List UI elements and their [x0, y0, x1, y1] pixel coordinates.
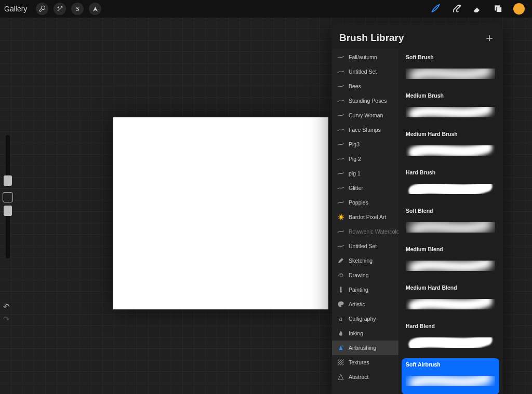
brush-stroke-preview [406, 61, 495, 85]
category-label: Untitled Set [349, 69, 377, 75]
category-label: Pig 2 [349, 156, 361, 162]
top-toolbar: Gallery S [0, 0, 532, 18]
wand-icon[interactable] [54, 3, 66, 15]
modifier-button[interactable] [3, 192, 13, 202]
brush-label: Soft Brush [406, 54, 495, 60]
paint-icon [337, 286, 344, 293]
brush-item[interactable]: Medium Hard Blend [402, 281, 499, 318]
brush-size-slider[interactable] [6, 135, 10, 187]
brush-item[interactable]: Soft Airbrush [402, 358, 499, 394]
category-item[interactable]: Rowwenic Watercolor [332, 224, 398, 239]
category-item[interactable]: Curvy Woman [332, 108, 398, 123]
brush-stroke-preview [406, 138, 495, 162]
stroke-icon [337, 112, 344, 119]
hatch-icon [337, 359, 344, 366]
svg-rect-2 [340, 287, 342, 290]
brush-item[interactable]: Soft Brush [402, 51, 499, 87]
undo-icon[interactable]: ↶ [3, 302, 10, 311]
add-brush-icon[interactable]: ＋ [484, 30, 495, 46]
brush-category-list[interactable]: Fall/autumnUntitled SetBeesStanding Pose… [332, 49, 398, 394]
abs-icon [337, 373, 344, 381]
brush-stroke-preview [406, 253, 495, 277]
category-item[interactable]: Painting [332, 282, 398, 297]
category-item[interactable]: ☀️Bardot Pixel Art [332, 210, 398, 224]
category-item[interactable]: Untitled Set [332, 239, 398, 253]
brush-label: Hard Brush [406, 169, 495, 175]
brush-stroke-preview [406, 292, 495, 316]
color-picker-icon[interactable] [513, 3, 525, 15]
category-label: Poppies [349, 199, 368, 206]
brush-stroke-preview [406, 215, 495, 239]
redo-icon[interactable]: ↷ [3, 315, 10, 324]
category-label: Face Stamps [349, 127, 381, 133]
stroke-icon [337, 53, 344, 61]
category-label: Glitter [349, 185, 363, 191]
brush-library-panel: Brush Library ＋ Fall/autumnUntitled SetB… [332, 23, 502, 394]
stroke-icon [337, 184, 344, 192]
category-item[interactable]: Textures [332, 355, 398, 370]
category-item[interactable]: Artistic [332, 297, 398, 311]
brush-tool-icon[interactable] [430, 3, 442, 15]
left-sliders [2, 135, 14, 264]
brush-item[interactable]: Soft Blend [402, 205, 499, 241]
stroke-icon [337, 97, 344, 104]
category-label: Painting [349, 287, 368, 293]
svg-point-4 [343, 346, 343, 347]
category-label: Pig3 [349, 141, 360, 147]
brush-item[interactable]: Medium Brush [402, 89, 499, 126]
category-item[interactable]: Poppies [332, 195, 398, 210]
category-label: Rowwenic Watercolor [349, 228, 398, 235]
category-label: Standing Poses [349, 98, 387, 104]
calli-icon: a [337, 315, 344, 322]
category-item[interactable]: Face Stamps [332, 123, 398, 137]
eraser-tool-icon[interactable] [472, 3, 483, 15]
brush-item[interactable]: Hard Blend [402, 320, 499, 356]
category-label: Sketching [349, 257, 373, 264]
stroke-icon [337, 83, 344, 90]
layers-icon[interactable] [493, 3, 504, 15]
brush-label: Hard Blend [406, 323, 495, 329]
brush-stroke-preview [406, 100, 495, 124]
opacity-slider[interactable] [6, 207, 10, 259]
arrow-icon[interactable] [89, 3, 101, 15]
brush-item[interactable]: Medium Blend [402, 243, 499, 279]
brush-stroke-preview [406, 176, 495, 200]
category-item[interactable]: Untitled Set [332, 64, 398, 79]
gallery-button[interactable]: Gallery [4, 5, 27, 13]
smudge-tool-icon[interactable] [451, 3, 462, 15]
category-label: Calligraphy [349, 316, 376, 322]
sun-icon: ☀️ [337, 213, 344, 221]
brush-item[interactable]: Hard Brush [402, 166, 499, 202]
brush-label: Medium Brush [406, 92, 495, 99]
loop-icon [337, 271, 344, 279]
category-item[interactable]: aCalligraphy [332, 311, 398, 326]
category-item[interactable]: Abstract [332, 370, 398, 384]
stroke-icon [337, 155, 344, 162]
category-item[interactable]: Standing Poses [332, 93, 398, 108]
category-item[interactable]: Fall/autumn [332, 50, 398, 64]
category-item[interactable]: Pig 2 [332, 152, 398, 166]
stroke-icon [337, 228, 344, 235]
category-label: Airbrushing [349, 345, 376, 351]
category-item[interactable]: Bees [332, 79, 398, 93]
spray-icon [337, 344, 344, 351]
brush-list[interactable]: Soft Brush Medium Brush Medium Hard Brus… [398, 49, 502, 394]
brush-label: Medium Hard Blend [406, 284, 495, 291]
category-label: Drawing [349, 272, 369, 278]
category-item[interactable]: pig 1 [332, 166, 398, 181]
brush-item[interactable]: Medium Hard Brush [402, 128, 499, 164]
category-item[interactable]: Airbrushing [332, 341, 398, 355]
brush-label: Soft Blend [406, 208, 495, 214]
category-item[interactable]: Drawing [332, 268, 398, 282]
wrench-icon[interactable] [36, 3, 48, 15]
brush-stroke-preview [406, 330, 495, 354]
canvas[interactable] [113, 117, 328, 309]
category-item[interactable]: Inking [332, 326, 398, 341]
category-item[interactable]: Sketching [332, 253, 398, 268]
pencil-icon [337, 257, 344, 264]
selection-icon[interactable]: S [71, 3, 84, 15]
category-item[interactable]: Glitter [332, 181, 398, 195]
ink-icon [337, 330, 344, 337]
category-item[interactable]: Pig3 [332, 137, 398, 152]
category-label: Untitled Set [349, 243, 377, 249]
